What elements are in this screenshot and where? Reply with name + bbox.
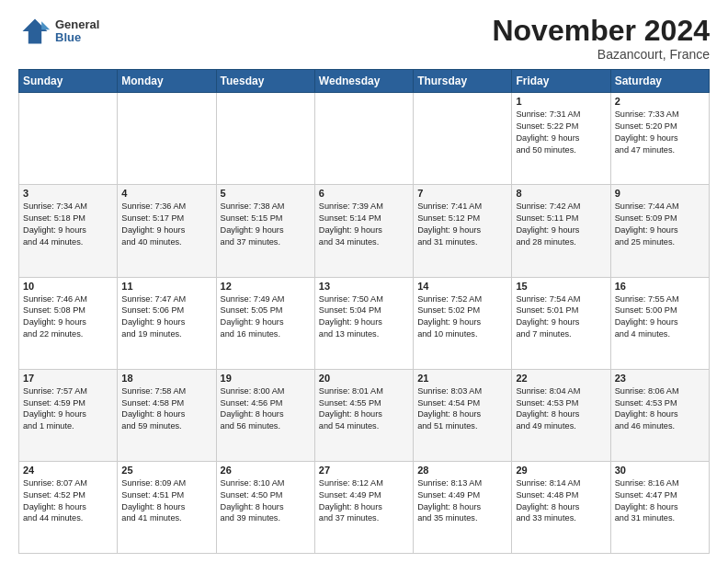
day-number: 23 [615, 373, 705, 384]
calendar-cell: 20Sunrise: 8:01 AM Sunset: 4:55 PM Dayli… [314, 369, 413, 461]
col-saturday: Saturday [610, 70, 709, 93]
calendar-cell: 23Sunrise: 8:06 AM Sunset: 4:53 PM Dayli… [610, 369, 709, 461]
logo-icon [18, 15, 51, 48]
day-number: 25 [121, 465, 211, 476]
day-info: Sunrise: 7:44 AM Sunset: 5:09 PM Dayligh… [615, 201, 705, 248]
calendar-row-4: 24Sunrise: 8:07 AM Sunset: 4:52 PM Dayli… [19, 461, 710, 553]
day-info: Sunrise: 8:14 AM Sunset: 4:48 PM Dayligh… [516, 477, 606, 525]
logo-blue: Blue [55, 31, 99, 44]
day-number: 19 [221, 373, 311, 384]
calendar-row-3: 17Sunrise: 7:57 AM Sunset: 4:59 PM Dayli… [19, 369, 710, 461]
day-number: 7 [417, 188, 507, 199]
page: General Blue November 2024 Bazancourt, F… [0, 0, 728, 563]
calendar-cell: 28Sunrise: 8:13 AM Sunset: 4:49 PM Dayli… [414, 461, 512, 553]
header: General Blue November 2024 Bazancourt, F… [18, 15, 710, 62]
day-number: 26 [221, 465, 311, 476]
day-info: Sunrise: 7:31 AM Sunset: 5:22 PM Dayligh… [516, 109, 606, 156]
day-info: Sunrise: 8:04 AM Sunset: 4:53 PM Dayligh… [516, 385, 606, 433]
calendar-cell: 21Sunrise: 8:03 AM Sunset: 4:54 PM Dayli… [414, 369, 512, 461]
calendar-cell: 12Sunrise: 7:49 AM Sunset: 5:05 PM Dayli… [216, 277, 314, 369]
calendar-cell: 26Sunrise: 8:10 AM Sunset: 4:50 PM Dayli… [216, 461, 314, 553]
calendar-cell [216, 93, 314, 185]
day-number: 24 [23, 465, 113, 476]
day-info: Sunrise: 7:38 AM Sunset: 5:15 PM Dayligh… [221, 201, 311, 248]
day-info: Sunrise: 8:00 AM Sunset: 4:56 PM Dayligh… [221, 385, 311, 433]
day-info: Sunrise: 8:13 AM Sunset: 4:49 PM Dayligh… [417, 477, 507, 525]
day-info: Sunrise: 8:07 AM Sunset: 4:52 PM Dayligh… [23, 477, 113, 525]
day-number: 16 [615, 281, 705, 292]
calendar-cell: 30Sunrise: 8:16 AM Sunset: 4:47 PM Dayli… [610, 461, 709, 553]
calendar-cell: 27Sunrise: 8:12 AM Sunset: 4:49 PM Dayli… [314, 461, 413, 553]
calendar-cell: 9Sunrise: 7:44 AM Sunset: 5:09 PM Daylig… [610, 185, 709, 277]
day-info: Sunrise: 7:52 AM Sunset: 5:02 PM Dayligh… [417, 293, 507, 341]
logo-text: General Blue [55, 18, 99, 45]
svg-marker-0 [23, 19, 48, 44]
calendar-cell [118, 93, 216, 185]
day-info: Sunrise: 7:36 AM Sunset: 5:17 PM Dayligh… [121, 201, 211, 248]
calendar-cell: 25Sunrise: 8:09 AM Sunset: 4:51 PM Dayli… [118, 461, 216, 553]
calendar-cell: 3Sunrise: 7:34 AM Sunset: 5:18 PM Daylig… [19, 185, 118, 277]
col-friday: Friday [512, 70, 610, 93]
day-number: 12 [221, 281, 311, 292]
calendar-cell: 16Sunrise: 7:55 AM Sunset: 5:00 PM Dayli… [610, 277, 709, 369]
calendar-cell: 29Sunrise: 8:14 AM Sunset: 4:48 PM Dayli… [512, 461, 610, 553]
day-info: Sunrise: 7:50 AM Sunset: 5:04 PM Dayligh… [319, 293, 409, 341]
col-thursday: Thursday [414, 70, 512, 93]
month-title: November 2024 [492, 15, 710, 47]
calendar-cell: 13Sunrise: 7:50 AM Sunset: 5:04 PM Dayli… [314, 277, 413, 369]
calendar-cell: 22Sunrise: 8:04 AM Sunset: 4:53 PM Dayli… [512, 369, 610, 461]
calendar-cell: 7Sunrise: 7:41 AM Sunset: 5:12 PM Daylig… [414, 185, 512, 277]
calendar-cell: 24Sunrise: 8:07 AM Sunset: 4:52 PM Dayli… [19, 461, 118, 553]
day-number: 27 [319, 465, 409, 476]
col-wednesday: Wednesday [314, 70, 413, 93]
day-number: 20 [319, 373, 409, 384]
day-info: Sunrise: 8:12 AM Sunset: 4:49 PM Dayligh… [319, 477, 409, 525]
day-info: Sunrise: 8:06 AM Sunset: 4:53 PM Dayligh… [615, 385, 705, 433]
day-info: Sunrise: 7:39 AM Sunset: 5:14 PM Dayligh… [319, 201, 409, 248]
day-number: 17 [23, 373, 113, 384]
header-row: Sunday Monday Tuesday Wednesday Thursday… [19, 70, 710, 93]
day-number: 15 [516, 281, 606, 292]
calendar-cell: 5Sunrise: 7:38 AM Sunset: 5:15 PM Daylig… [216, 185, 314, 277]
day-number: 10 [23, 281, 113, 292]
day-info: Sunrise: 8:01 AM Sunset: 4:55 PM Dayligh… [319, 385, 409, 433]
day-number: 4 [121, 188, 211, 199]
day-info: Sunrise: 8:16 AM Sunset: 4:47 PM Dayligh… [615, 477, 705, 525]
day-number: 14 [417, 281, 507, 292]
day-info: Sunrise: 8:03 AM Sunset: 4:54 PM Dayligh… [417, 385, 507, 433]
day-number: 21 [417, 373, 507, 384]
calendar-table: Sunday Monday Tuesday Wednesday Thursday… [18, 69, 710, 554]
svg-marker-1 [41, 21, 50, 29]
day-info: Sunrise: 7:54 AM Sunset: 5:01 PM Dayligh… [516, 293, 606, 341]
day-info: Sunrise: 7:49 AM Sunset: 5:05 PM Dayligh… [221, 293, 311, 341]
logo: General Blue [18, 15, 99, 48]
calendar-cell: 17Sunrise: 7:57 AM Sunset: 4:59 PM Dayli… [19, 369, 118, 461]
calendar-cell: 10Sunrise: 7:46 AM Sunset: 5:08 PM Dayli… [19, 277, 118, 369]
calendar-cell: 2Sunrise: 7:33 AM Sunset: 5:20 PM Daylig… [610, 93, 709, 185]
calendar-cell [414, 93, 512, 185]
calendar-row-0: 1Sunrise: 7:31 AM Sunset: 5:22 PM Daylig… [19, 93, 710, 185]
day-info: Sunrise: 7:58 AM Sunset: 4:58 PM Dayligh… [121, 385, 211, 433]
day-number: 18 [121, 373, 211, 384]
day-number: 3 [23, 188, 113, 199]
day-number: 1 [516, 96, 606, 107]
calendar-row-2: 10Sunrise: 7:46 AM Sunset: 5:08 PM Dayli… [19, 277, 710, 369]
day-info: Sunrise: 7:57 AM Sunset: 4:59 PM Dayligh… [23, 385, 113, 433]
calendar-cell: 4Sunrise: 7:36 AM Sunset: 5:17 PM Daylig… [118, 185, 216, 277]
day-number: 9 [615, 188, 705, 199]
day-number: 29 [516, 465, 606, 476]
col-tuesday: Tuesday [216, 70, 314, 93]
day-number: 2 [615, 96, 705, 107]
day-number: 5 [221, 188, 311, 199]
title-block: November 2024 Bazancourt, France [492, 15, 710, 62]
logo-general: General [55, 18, 99, 31]
calendar-cell [19, 93, 118, 185]
day-info: Sunrise: 8:09 AM Sunset: 4:51 PM Dayligh… [121, 477, 211, 525]
col-sunday: Sunday [19, 70, 118, 93]
day-info: Sunrise: 8:10 AM Sunset: 4:50 PM Dayligh… [221, 477, 311, 525]
calendar-cell [314, 93, 413, 185]
col-monday: Monday [118, 70, 216, 93]
calendar-cell: 14Sunrise: 7:52 AM Sunset: 5:02 PM Dayli… [414, 277, 512, 369]
calendar-cell: 11Sunrise: 7:47 AM Sunset: 5:06 PM Dayli… [118, 277, 216, 369]
day-info: Sunrise: 7:47 AM Sunset: 5:06 PM Dayligh… [121, 293, 211, 341]
